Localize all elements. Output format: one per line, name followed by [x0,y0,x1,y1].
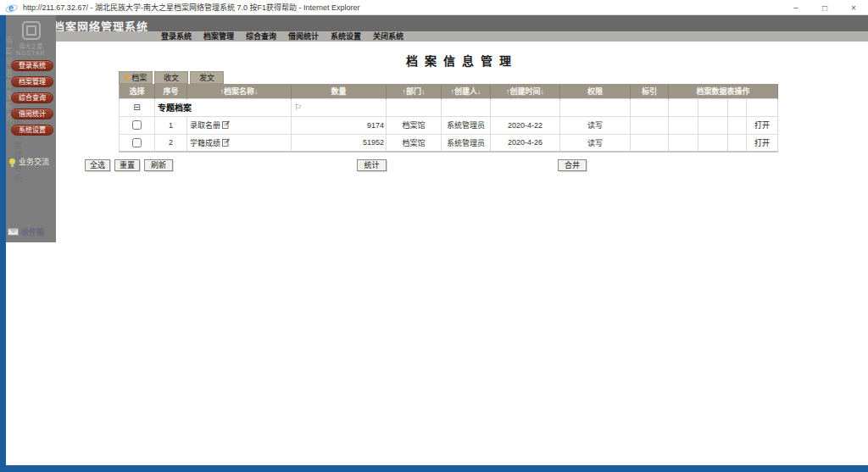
business-exchange-label: 业务交流 [19,156,49,167]
open-link[interactable]: 打开 [754,121,770,130]
archive-index [631,134,669,152]
group-row: ⊟ 专题档案 ⚐ [120,98,778,116]
document-edit-icon [222,120,230,130]
col-created-sort[interactable]: ↑创建时间↓ [491,84,560,98]
close-button[interactable]: × [848,3,860,13]
window-controls: − □ × [790,0,860,15]
envelope-icon [8,228,19,236]
browser-window: e http://211.67.32.67/ - 湖北民族大学-南大之星档案网络… [0,0,868,472]
internet-explorer-icon: e [5,2,17,14]
row-checkbox[interactable] [132,138,142,147]
tab-sent-label: 发文 [199,72,214,83]
op-cell [698,134,728,152]
row-number: 1 [155,116,187,134]
sidebar-item-query[interactable]: 综合查询 [11,92,53,103]
tab-received-label: 收文 [164,72,179,83]
menu-item-login[interactable]: 登录系统 [161,31,192,42]
document-edit-icon [222,138,230,148]
sidebar-item-borrow-stats[interactable]: 借阅统计 [11,108,53,119]
archive-quantity: 9174 [292,116,387,134]
tab-archive-label: 档案 [131,72,147,83]
sidebar-item-login[interactable]: 登录系统 [11,60,53,71]
archive-created: 2020-4-22 [491,116,560,134]
archive-name[interactable]: 学籍成绩 [190,139,220,147]
menu-item-exit[interactable]: 关闭系统 [373,31,403,42]
flag-icon: ⚐ [294,103,302,112]
col-number: 序号 [155,84,187,98]
archive-index [631,116,669,134]
logo: 南大之星 NDSTAR [6,21,56,56]
archive-created: 2020-4-26 [491,134,560,152]
table-row: 1 录取名册 9174 档案馆 系统管理员 2020-4-22 读写 打开 [120,116,778,134]
titlebar: e http://211.67.32.67/ - 湖北民族大学-南大之星档案网络… [0,0,868,15]
active-tab-icon: ✱ [125,75,131,81]
open-link[interactable]: 打开 [754,139,770,147]
menubar: 登录系统 档案管理 综合查询 借阅统计 系统设置 关闭系统 [56,31,868,42]
maximize-button[interactable]: □ [819,3,831,13]
archive-creator: 系统管理员 [442,134,491,152]
col-quantity: 数量 [292,84,387,98]
archive-department: 档案馆 [387,134,442,152]
archive-permission: 读写 [560,116,631,134]
col-index: 标引 [631,84,669,98]
op-cell [698,116,728,134]
col-select: 选择 [120,84,155,98]
bulb-icon [9,158,15,164]
menu-item-archive[interactable]: 档案管理 [203,31,234,42]
minimize-button[interactable]: − [790,3,802,13]
bottom-frame-edge [0,465,868,472]
col-permission: 权限 [560,84,631,98]
table-row: 2 学籍成绩 51952 档案馆 系统管理员 2020-4-26 读写 打开 [120,134,778,152]
main-content: 档案信息管理 ✱ 档案 收文 发文 选择 序号 [56,42,868,465]
select-all-button[interactable]: 全选 [85,159,110,171]
logo-subtitle: NDSTAR [6,50,56,56]
menu-item-query[interactable]: 综合查询 [246,31,276,42]
tab-archive[interactable]: ✱ 档案 [119,71,153,84]
reset-button[interactable]: 重置 [114,159,140,171]
logo-title: 南大之星 [6,42,56,50]
collapse-icon[interactable]: ⊟ [133,103,140,112]
op-cell [669,134,698,152]
archive-quantity: 51952 [292,134,387,152]
col-operations: 档案数据表操作 [669,84,778,98]
archive-department: 档案馆 [387,116,442,134]
tab-received-docs[interactable]: 收文 [154,71,188,84]
menu-item-stats[interactable]: 借阅统计 [288,31,319,42]
table-header-row: 选择 序号 ↑档案名称↓ 数量 ↑部门↓ ↑创建人↓ ↑创建时间↓ 权限 标引 … [120,84,778,98]
business-exchange-link[interactable]: 业务交流 [9,156,49,167]
op-cell [728,134,747,152]
col-name-sort[interactable]: ↑档案名称↓ [187,84,292,98]
op-cell [728,116,747,134]
tab-bar: ✱ 档案 收文 发文 [119,71,224,84]
statistics-button[interactable]: 统计 [357,159,387,171]
col-department-sort[interactable]: ↑部门↓ [387,84,442,98]
archive-permission: 读写 [560,134,631,152]
window-title: http://211.67.32.67/ - 湖北民族大学-南大之星档案网络管理… [23,2,359,13]
menu-item-settings[interactable]: 系统设置 [331,31,361,42]
sidebar-item-settings[interactable]: 系统设置 [11,125,53,136]
tab-sent-docs[interactable]: 发文 [190,71,224,84]
row-checkbox[interactable] [132,120,142,130]
archive-creator: 系统管理员 [442,116,491,134]
sidebar-item-archive[interactable]: 档案管理 [11,76,53,87]
refresh-button[interactable]: 刷新 [144,159,173,171]
archive-name[interactable]: 录取名册 [190,121,220,130]
sidebar: 档案网络管理系统 档案网络管理系统 南大之星 NDSTAR 登录系统 档案管理 … [6,15,56,242]
op-cell [669,116,698,134]
inbox-link[interactable]: 收件箱 [8,226,44,237]
page-title: 档案信息管理 [56,52,868,69]
left-frame-edge [0,15,6,472]
col-creator-sort[interactable]: ↑创建人↓ [442,84,491,98]
group-label: 专题档案 [158,103,192,113]
inbox-label: 收件箱 [21,226,44,237]
archive-table: 选择 序号 ↑档案名称↓ 数量 ↑部门↓ ↑创建人↓ ↑创建时间↓ 权限 标引 … [119,84,778,153]
ndstar-logo-icon [22,21,41,40]
merge-button[interactable]: 合并 [558,159,587,171]
row-number: 2 [155,134,187,152]
